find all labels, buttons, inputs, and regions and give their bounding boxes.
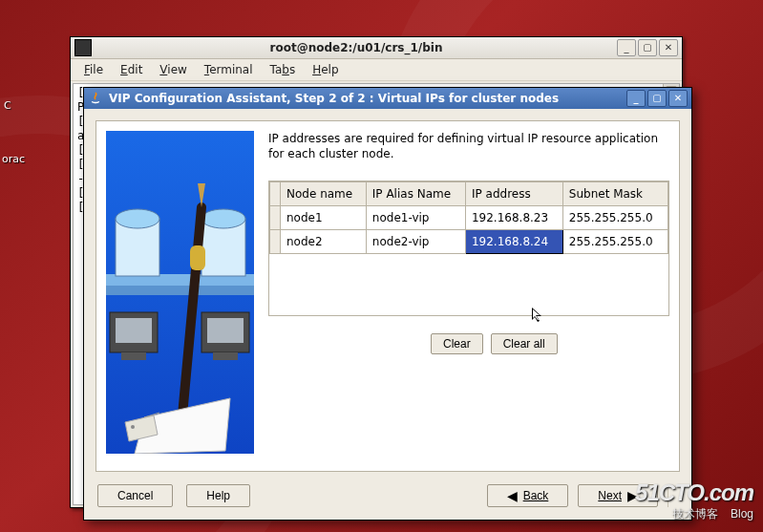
vipca-content: IP addresses are required for defining v… [268, 131, 669, 461]
clear-button-row: Clear Clear all [268, 333, 669, 354]
vip-table-container[interactable]: Node name IP Alias Name IP address Subne… [268, 181, 669, 316]
vipca-maximize-button[interactable]: ▢ [647, 90, 667, 107]
cell-ip[interactable]: 192.168.8.23 [465, 206, 562, 230]
row-header[interactable] [270, 230, 281, 254]
menu-edit[interactable]: Edit [113, 61, 150, 78]
desktop-icon-oracle[interactable]: orac [2, 153, 25, 165]
svg-rect-1 [106, 286, 254, 295]
next-button-label: Next [598, 489, 622, 502]
terminal-maximize-button[interactable]: ▢ [638, 39, 657, 56]
vip-table: Node name IP Alias Name IP address Subne… [269, 181, 668, 254]
col-ip-alias[interactable]: IP Alias Name [366, 182, 465, 206]
cell-alias[interactable]: node2-vip [366, 230, 465, 254]
watermark-logo: 51CTO.com [635, 479, 753, 506]
cancel-button[interactable]: Cancel [97, 484, 173, 507]
table-row[interactable]: node2 node2-vip 192.168.8.24 255.255.255… [270, 230, 668, 254]
clear-button[interactable]: Clear [431, 333, 483, 354]
terminal-close-button[interactable]: ✕ [659, 39, 678, 56]
svg-point-5 [201, 209, 245, 228]
watermark-line1: 技术博客 [672, 507, 718, 521]
cell-alias[interactable]: node1-vip [366, 206, 465, 230]
back-button[interactable]: ◀ Back [487, 484, 569, 507]
col-subnet-mask[interactable]: Subnet Mask [562, 182, 668, 206]
back-button-label: Back [523, 489, 549, 502]
svg-rect-7 [116, 318, 152, 343]
cell-node[interactable]: node2 [281, 230, 367, 254]
help-button[interactable]: Help [186, 484, 250, 507]
vipca-footer: Cancel Help ◀ Back Next ▶ [97, 481, 678, 510]
vipca-minimize-button[interactable]: _ [626, 90, 646, 107]
vipca-dialog: VIP Configuration Assistant, Step 2 of 2… [83, 87, 692, 521]
watermark: 51CTO.com 技术博客 Blog [635, 479, 753, 522]
row-header-blank [270, 182, 281, 206]
vipca-body: IP addresses are required for defining v… [95, 120, 680, 472]
vipca-title: VIP Configuration Assistant, Step 2 of 2… [109, 92, 625, 105]
table-row[interactable]: node1 node1-vip 192.168.8.23 255.255.255… [270, 206, 668, 230]
cell-mask[interactable]: 255.255.255.0 [562, 230, 668, 254]
col-ip-address[interactable]: IP address [465, 182, 562, 206]
watermark-line2: Blog [731, 507, 753, 521]
desktop-icon-computer[interactable]: C [4, 99, 11, 112]
terminal-title: root@node2:/u01/crs_1/bin [97, 41, 615, 54]
terminal-menubar: File Edit View Terminal Tabs Help [71, 59, 682, 81]
row-header[interactable] [270, 206, 281, 230]
menu-help[interactable]: Help [305, 61, 346, 78]
svg-rect-10 [207, 318, 244, 343]
svg-rect-8 [121, 352, 146, 360]
java-icon [88, 91, 103, 106]
svg-rect-12 [190, 245, 205, 270]
menu-tabs[interactable]: Tabs [263, 61, 304, 78]
svg-point-3 [116, 209, 159, 228]
vipca-titlebar[interactable]: VIP Configuration Assistant, Step 2 of 2… [84, 88, 691, 109]
menu-file[interactable]: File [76, 61, 111, 78]
menu-terminal[interactable]: Terminal [197, 61, 261, 78]
chevron-left-icon: ◀ [507, 489, 518, 502]
table-header-row: Node name IP Alias Name IP address Subne… [270, 182, 668, 206]
vipca-close-button[interactable]: ✕ [668, 90, 688, 107]
svg-rect-11 [213, 352, 238, 360]
svg-point-15 [131, 425, 135, 429]
terminal-titlebar[interactable]: root@node2:/u01/crs_1/bin _ ▢ ✕ [71, 37, 682, 59]
clear-all-button[interactable]: Clear all [491, 333, 558, 354]
cell-node[interactable]: node1 [281, 206, 367, 230]
terminal-icon [74, 39, 92, 56]
cell-ip-selected[interactable]: 192.168.8.24 [465, 230, 562, 254]
terminal-minimize-button[interactable]: _ [617, 39, 636, 56]
menu-view[interactable]: View [152, 61, 194, 78]
vipca-illustration [106, 131, 254, 454]
col-node-name[interactable]: Node name [281, 182, 367, 206]
vipca-instruction: IP addresses are required for defining v… [268, 131, 669, 161]
cell-mask[interactable]: 255.255.255.0 [562, 206, 668, 230]
